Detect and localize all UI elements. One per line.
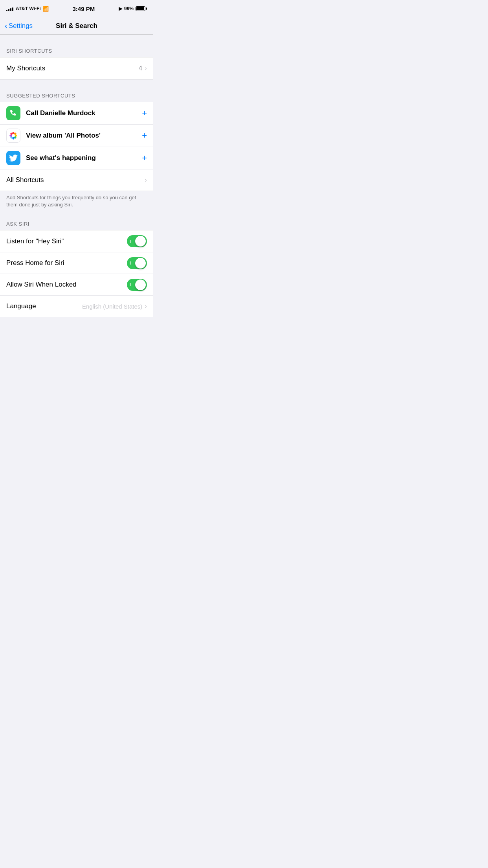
signal-bar-1 bbox=[6, 10, 7, 11]
language-value: English (United States) bbox=[82, 303, 142, 310]
page-title: Siri & Search bbox=[56, 22, 97, 30]
battery-indicator bbox=[136, 6, 147, 11]
call-danielle-add-button[interactable]: + bbox=[142, 108, 147, 118]
all-shortcuts-label: All Shortcuts bbox=[6, 176, 145, 184]
allow-siri-locked-toggle[interactable]: I bbox=[127, 279, 147, 291]
carrier-label: AT&T Wi-Fi bbox=[16, 6, 41, 11]
listen-hey-siri-toggle[interactable]: I bbox=[127, 235, 147, 247]
all-shortcuts-chevron-icon: › bbox=[145, 176, 147, 184]
my-shortcuts-chevron-icon: › bbox=[145, 64, 147, 72]
battery-tip bbox=[146, 7, 147, 10]
press-home-siri-item[interactable]: Press Home for Siri I bbox=[0, 252, 153, 274]
press-home-siri-label: Press Home for Siri bbox=[6, 259, 127, 267]
call-danielle-item[interactable]: Call Danielle Murdock + bbox=[0, 102, 153, 124]
allow-siri-locked-label: Allow Siri When Locked bbox=[6, 281, 127, 289]
nav-bar: ‹ Settings Siri & Search bbox=[0, 17, 153, 35]
phone-icon bbox=[6, 106, 20, 120]
suggested-gap bbox=[0, 79, 153, 86]
svg-point-9 bbox=[12, 134, 15, 137]
press-home-siri-toggle[interactable]: I bbox=[127, 257, 147, 269]
status-bar: AT&T Wi-Fi 📶 3:49 PM ▶ 99% bbox=[0, 0, 153, 17]
back-button[interactable]: ‹ Settings bbox=[5, 22, 33, 30]
suggested-shortcuts-footer: Add Shortcuts for things you frequently … bbox=[0, 191, 153, 215]
photos-icon bbox=[6, 129, 20, 143]
view-album-add-button[interactable]: + bbox=[142, 131, 147, 141]
all-shortcuts-item[interactable]: All Shortcuts › bbox=[0, 169, 153, 191]
location-icon: ▶ bbox=[119, 6, 122, 11]
signal-bar-3 bbox=[10, 8, 11, 11]
suggested-shortcuts-group: Call Danielle Murdock + View album 'All … bbox=[0, 102, 153, 191]
toggle-on-label-3: I bbox=[130, 282, 131, 287]
language-label: Language bbox=[6, 302, 82, 310]
toggle-on-label: I bbox=[130, 239, 131, 244]
my-shortcuts-label: My Shortcuts bbox=[6, 64, 139, 72]
language-item[interactable]: Language English (United States) › bbox=[0, 295, 153, 317]
see-whats-happening-label: See what's happening bbox=[26, 154, 142, 162]
battery-fill bbox=[136, 7, 144, 10]
signal-bars bbox=[6, 6, 13, 11]
twitter-icon bbox=[6, 151, 20, 165]
signal-bar-4 bbox=[12, 7, 13, 11]
status-left: AT&T Wi-Fi 📶 bbox=[6, 6, 49, 12]
listen-hey-siri-item[interactable]: Listen for "Hey Siri" I bbox=[0, 230, 153, 252]
listen-hey-siri-label: Listen for "Hey Siri" bbox=[6, 237, 127, 245]
my-shortcuts-value: 4 bbox=[139, 64, 142, 72]
call-danielle-label: Call Danielle Murdock bbox=[26, 109, 142, 117]
allow-siri-locked-item[interactable]: Allow Siri When Locked I bbox=[0, 274, 153, 295]
battery-body bbox=[136, 6, 145, 11]
top-gap bbox=[0, 35, 153, 42]
siri-shortcuts-header: SIRI SHORTCUTS bbox=[0, 42, 153, 57]
ask-siri-group: Listen for "Hey Siri" I Press Home for S… bbox=[0, 230, 153, 317]
back-label: Settings bbox=[9, 22, 33, 30]
back-chevron-icon: ‹ bbox=[5, 21, 7, 30]
photos-svg bbox=[8, 130, 19, 141]
see-whats-happening-add-button[interactable]: + bbox=[142, 153, 147, 163]
suggested-shortcuts-header: SUGGESTED SHORTCUTS bbox=[0, 86, 153, 102]
wifi-icon: 📶 bbox=[42, 6, 49, 12]
view-album-label: View album 'All Photos' bbox=[26, 132, 142, 140]
twitter-svg bbox=[9, 154, 18, 162]
status-time: 3:49 PM bbox=[72, 6, 95, 12]
status-right: ▶ 99% bbox=[119, 6, 147, 11]
language-chevron-icon: › bbox=[145, 302, 147, 310]
toggle-on-label-2: I bbox=[130, 261, 131, 265]
phone-svg bbox=[9, 109, 18, 118]
my-shortcuts-item[interactable]: My Shortcuts 4 › bbox=[0, 57, 153, 79]
battery-percent: 99% bbox=[124, 6, 134, 11]
view-album-item[interactable]: View album 'All Photos' + bbox=[0, 124, 153, 147]
siri-shortcuts-group: My Shortcuts 4 › bbox=[0, 57, 153, 79]
ask-siri-header: ASK SIRI bbox=[0, 215, 153, 230]
see-whats-happening-item[interactable]: See what's happening + bbox=[0, 147, 153, 169]
signal-bar-2 bbox=[8, 9, 9, 11]
